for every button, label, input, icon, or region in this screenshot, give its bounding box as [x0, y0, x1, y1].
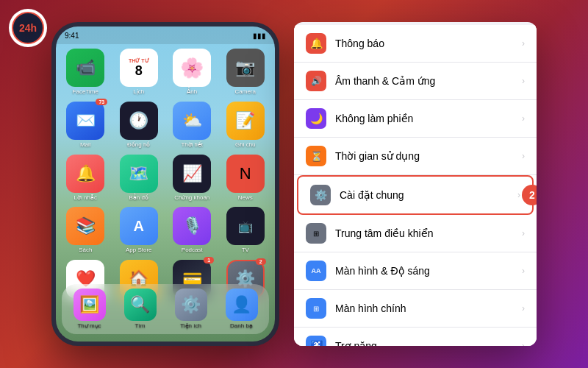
app-grid: 📹 FaceTime THỨ TƯ 8 Lịch 🌸 Ảnh: [56, 44, 275, 311]
app-reminders-wrap[interactable]: 🔔 Lời nhắc: [62, 155, 110, 202]
settings-icon-display: AA: [306, 261, 326, 281]
app-camera-wrap[interactable]: 📷 Camera: [222, 49, 270, 96]
app-mail-label: Mail: [80, 142, 91, 149]
app-facetime-icon: 📹: [66, 49, 104, 87]
settings-chevron-screentime: ›: [522, 151, 525, 161]
status-battery: ▮▮▮: [253, 32, 266, 40]
app-stocks-label: Chứng khoán: [174, 195, 209, 202]
settings-icon-general: ⚙️: [310, 185, 331, 205]
settings-item-accessibility[interactable]: ♿ Trợ năng ›: [294, 328, 537, 346]
settings-label-sound: Âm thanh & Cảm ứng: [335, 75, 522, 87]
dock-utilities-icon: ⚙️: [175, 289, 207, 321]
settings-chevron-dnd: ›: [522, 113, 525, 124]
app-weather-label: Thời tiết: [181, 142, 203, 149]
settings-icon-sound: 🔊: [306, 71, 326, 91]
status-bar: 9:41 ▮▮▮: [56, 26, 275, 44]
dock-contacts-label: Danh bạ: [230, 323, 253, 330]
settings-label-dnd: Không làm phiền: [335, 113, 522, 124]
settings-label-general: Cài đặt chung: [340, 189, 517, 201]
settings-label-accessibility: Trợ năng: [335, 340, 522, 346]
dock-contacts-wrap[interactable]: 👤 Danh bạ: [218, 289, 265, 330]
dock-find-wrap[interactable]: 🔍 Tìm: [117, 289, 163, 330]
settings-item-homescreen[interactable]: ⊞ Màn hình chính ›: [294, 290, 537, 328]
settings-icon-controlcenter: ⊞: [306, 223, 326, 244]
app-tv-label: TV: [242, 247, 249, 254]
app-photos-icon: 🌸: [173, 49, 211, 87]
logo-text: 24h: [12, 12, 44, 44]
app-appstore-icon: A: [120, 207, 158, 245]
app-clock-icon: 🕐: [120, 102, 158, 140]
app-podcasts-label: Podcast: [182, 247, 203, 254]
settings-item-display[interactable]: AA Màn hình & Độ sáng ›: [294, 252, 537, 290]
app-stocks-wrap[interactable]: 📈 Chứng khoán: [168, 155, 216, 202]
app-appstore-wrap[interactable]: A App Store: [115, 207, 163, 254]
dock-utilities-label: Tiện ích: [180, 323, 201, 330]
settings-item-sound[interactable]: 🔊 Âm thanh & Cảm ứng ›: [294, 63, 537, 100]
app-notes-wrap[interactable]: 📝 Ghi chú: [222, 102, 270, 149]
dock-find-icon: 🔍: [124, 289, 157, 321]
settings-label-display: Màn hình & Độ sáng: [335, 265, 522, 277]
app-appstore-label: App Store: [126, 247, 152, 254]
step-badge-2: 2: [522, 185, 537, 205]
app-tv-wrap[interactable]: 📺 TV: [222, 207, 270, 254]
app-podcasts-icon: 🎙️: [173, 207, 211, 245]
settings-panel: 🔔 Thông báo › 🔊 Âm thanh & Cảm ứng › 🌙 K…: [294, 22, 537, 346]
app-mail-icon: ✉️ 73: [66, 102, 104, 140]
app-mail-wrap[interactable]: ✉️ 73 Mail: [62, 102, 110, 149]
app-books-label: Sách: [79, 247, 92, 254]
app-news-icon: N: [226, 155, 265, 193]
app-notes-label: Ghi chú: [235, 142, 256, 149]
app-weather-wrap[interactable]: ⛅ Thời tiết: [168, 102, 216, 149]
app-weather-icon: ⛅: [173, 102, 211, 140]
settings-chevron-homescreen: ›: [522, 303, 525, 314]
app-notes-icon: 📝: [226, 102, 265, 140]
settings-item-controlcenter[interactable]: ⊞ Trung tâm điều khiển ›: [294, 215, 537, 252]
logo-badge: 24h: [9, 9, 47, 47]
status-time: 9:41: [65, 32, 79, 40]
app-camera-icon: 📷: [226, 49, 265, 87]
app-news-wrap[interactable]: N News: [222, 155, 270, 202]
dock-photos-wrap[interactable]: 🖼️ Thư mục: [66, 289, 112, 330]
app-facetime-wrap[interactable]: 📹 FaceTime: [62, 49, 110, 96]
app-calendar-wrap[interactable]: THỨ TƯ 8 Lịch: [115, 49, 163, 96]
app-maps-label: Bản đồ: [129, 195, 148, 202]
app-camera-label: Camera: [235, 89, 256, 96]
app-books-icon: 📚: [66, 207, 104, 245]
app-news-label: News: [238, 195, 253, 202]
settings-icon-accessibility: ♿: [306, 336, 326, 346]
settings-icon-dnd: 🌙: [306, 108, 326, 129]
settings-chevron-sound: ›: [522, 76, 525, 86]
app-wallet-badge: 1: [204, 257, 214, 263]
app-clock-wrap[interactable]: 🕐 Đồng hồ: [115, 102, 163, 149]
app-tv-icon: 📺: [226, 207, 265, 245]
dock-contacts-icon: 👤: [226, 289, 258, 321]
app-photos-label: Ảnh: [187, 89, 197, 96]
app-mail-badge: 73: [96, 99, 107, 105]
settings-icon-screentime: ⏳: [306, 146, 326, 166]
dock-utilities-wrap[interactable]: ⚙️ Tiện ích: [168, 289, 214, 330]
dock-photos-icon: 🖼️: [74, 289, 106, 321]
settings-list: 🔔 Thông báo › 🔊 Âm thanh & Cảm ứng › 🌙 K…: [294, 25, 537, 346]
settings-chevron-controlcenter: ›: [522, 228, 525, 238]
settings-panel-wrapper: 🔔 Thông báo › 🔊 Âm thanh & Cảm ứng › 🌙 K…: [294, 22, 537, 346]
settings-icon-notification: 🔔: [306, 33, 326, 54]
phone-mockup: 9:41 ▮▮▮ 📹 FaceTime THỨ TƯ 8 Lịch: [51, 22, 279, 346]
app-maps-wrap[interactable]: 🗺️ Bản đồ: [115, 155, 163, 202]
settings-icon-homescreen: ⊞: [306, 298, 326, 319]
settings-item-screentime[interactable]: ⏳ Thời gian sử dụng ›: [294, 138, 537, 175]
settings-item-notification[interactable]: 🔔 Thông báo ›: [294, 25, 537, 63]
app-reminders-icon: 🔔: [66, 155, 104, 193]
settings-chevron-general: ›: [517, 190, 520, 200]
app-photos-wrap[interactable]: 🌸 Ảnh: [168, 49, 216, 96]
phone-screen: 9:41 ▮▮▮ 📹 FaceTime THỨ TƯ 8 Lịch: [56, 26, 275, 342]
app-podcasts-wrap[interactable]: 🎙️ Podcast: [168, 207, 216, 254]
app-clock-label: Đồng hồ: [127, 142, 150, 149]
settings-chevron-display: ›: [522, 266, 525, 276]
settings-item-general[interactable]: ⚙️ Cài đặt chung › 2: [297, 175, 534, 215]
dock-find-label: Tìm: [135, 323, 146, 330]
settings-chevron-notification: ›: [522, 38, 525, 49]
settings-item-dnd[interactable]: 🌙 Không làm phiền ›: [294, 100, 537, 138]
app-calendar-icon: THỨ TƯ 8: [120, 49, 158, 87]
dock: 🖼️ Thư mục 🔍 Tìm ⚙️ Tiện ích 👤 Danh bạ: [62, 284, 269, 334]
app-books-wrap[interactable]: 📚 Sách: [62, 207, 110, 254]
